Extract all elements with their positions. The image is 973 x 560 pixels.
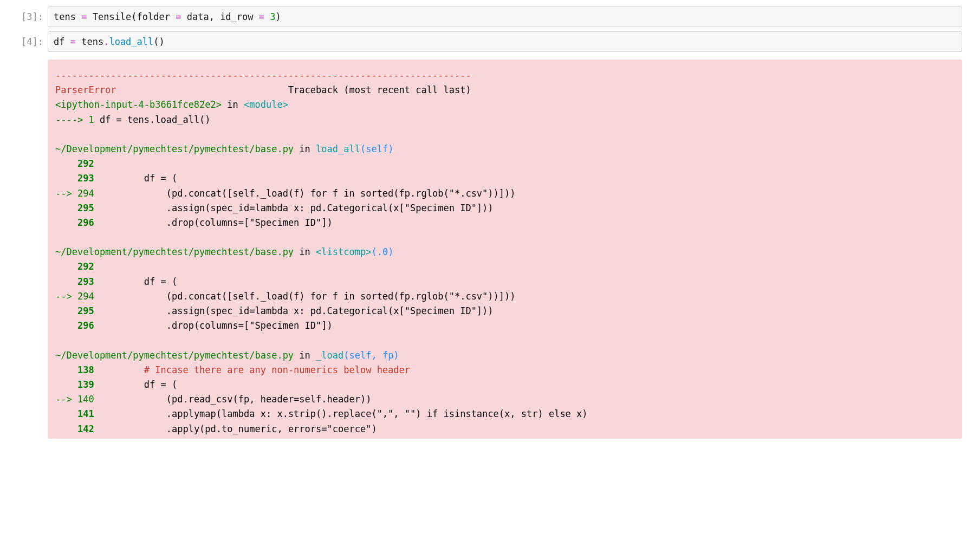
input-prompt: [4]: <box>0 31 48 52</box>
code-cell: [3]: tens = Tensile(folder = data, id_ro… <box>0 6 962 27</box>
code-input[interactable]: tens = Tensile(folder = data, id_row = 3… <box>48 6 962 27</box>
output-prompt <box>0 56 48 439</box>
traceback-text: ----------------------------------------… <box>55 68 955 437</box>
input-prompt: [3]: <box>0 6 48 27</box>
traceback-output: ----------------------------------------… <box>48 60 962 439</box>
code-line: df = tens.load_all() <box>54 36 956 47</box>
code-cell: [4]: df = tens.load_all() <box>0 31 962 52</box>
code-input[interactable]: df = tens.load_all() <box>48 31 962 52</box>
code-line: tens = Tensile(folder = data, id_row = 3… <box>54 11 956 22</box>
output-cell: ----------------------------------------… <box>0 56 962 439</box>
